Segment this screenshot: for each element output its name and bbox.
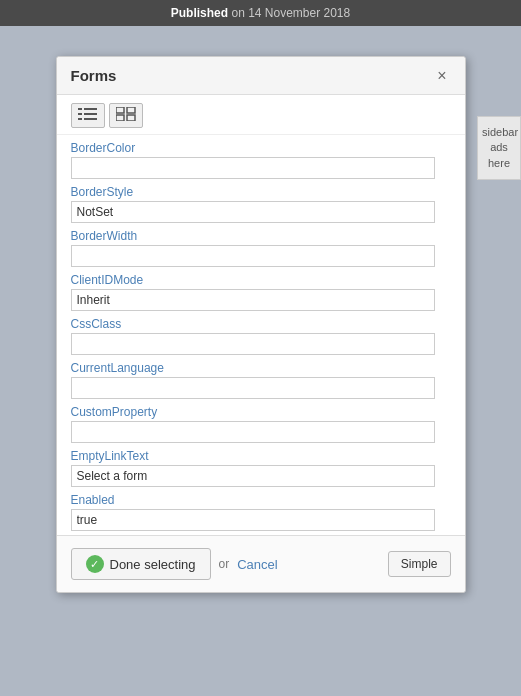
svg-rect-0	[78, 108, 82, 110]
or-text: or	[219, 557, 230, 571]
page-bg: sidebar ads here Forms ×	[0, 26, 521, 694]
prop-label: EmptyLinkText	[71, 449, 435, 463]
prop-input-borderstyle[interactable]	[71, 201, 435, 223]
prop-label: CssClass	[71, 317, 435, 331]
modal-header: Forms ×	[57, 57, 465, 95]
modal-close-button[interactable]: ×	[433, 68, 450, 84]
svg-rect-1	[84, 108, 97, 110]
svg-rect-8	[116, 115, 124, 121]
prop-input-customproperty[interactable]	[71, 421, 435, 443]
prop-label: BorderWidth	[71, 229, 435, 243]
modal-footer: ✓ Done selecting or Cancel Simple	[57, 535, 465, 592]
modal-body[interactable]: BorderColorBorderStyleBorderWidthClientI…	[57, 135, 465, 535]
done-selecting-button[interactable]: ✓ Done selecting	[71, 548, 211, 580]
prop-input-emptylinktext[interactable]	[71, 465, 435, 487]
prop-label: BorderStyle	[71, 185, 435, 199]
published-date: on 14 November 2018	[231, 6, 350, 20]
prop-row: CssClass	[71, 317, 435, 355]
prop-input-borderwidth[interactable]	[71, 245, 435, 267]
prop-label: ClientIDMode	[71, 273, 435, 287]
prop-label: CurrentLanguage	[71, 361, 435, 375]
prop-row: CustomProperty	[71, 405, 435, 443]
svg-rect-7	[127, 107, 135, 113]
top-bar: Published on 14 November 2018	[0, 0, 521, 26]
prop-row: Enabled	[71, 493, 435, 531]
prop-row: BorderColor	[71, 141, 435, 179]
svg-rect-2	[78, 113, 82, 115]
simple-button[interactable]: Simple	[388, 551, 451, 577]
prop-label: CustomProperty	[71, 405, 435, 419]
grid-icon	[116, 107, 136, 121]
svg-rect-3	[84, 113, 97, 115]
done-label: Done selecting	[110, 557, 196, 572]
svg-rect-6	[116, 107, 124, 113]
prop-row: ClientIDMode	[71, 273, 435, 311]
prop-row: EmptyLinkText	[71, 449, 435, 487]
prop-input-currentlanguage[interactable]	[71, 377, 435, 399]
prop-row: BorderStyle	[71, 185, 435, 223]
modal: Forms ×	[56, 56, 466, 593]
prop-input-clientidmode[interactable]	[71, 289, 435, 311]
svg-rect-4	[78, 118, 82, 120]
svg-rect-5	[84, 118, 97, 120]
sidebar-hint: sidebar ads here	[477, 116, 521, 180]
properties-list: BorderColorBorderStyleBorderWidthClientI…	[57, 135, 465, 535]
footer-left: ✓ Done selecting or Cancel	[71, 548, 278, 580]
modal-title: Forms	[71, 67, 117, 84]
prop-input-cssclass[interactable]	[71, 333, 435, 355]
prop-input-bordercolor[interactable]	[71, 157, 435, 179]
prop-row: BorderWidth	[71, 229, 435, 267]
prop-row: CurrentLanguage	[71, 361, 435, 399]
done-icon: ✓	[86, 555, 104, 573]
toolbar-btn-list[interactable]	[71, 103, 105, 128]
toolbar-btn-grid[interactable]	[109, 103, 143, 128]
cancel-button[interactable]: Cancel	[237, 557, 277, 572]
prop-label: BorderColor	[71, 141, 435, 155]
prop-label: Enabled	[71, 493, 435, 507]
list-icon	[78, 107, 98, 121]
svg-rect-9	[127, 115, 135, 121]
published-label: Published	[171, 6, 228, 20]
modal-toolbar	[57, 95, 465, 135]
prop-input-enabled[interactable]	[71, 509, 435, 531]
